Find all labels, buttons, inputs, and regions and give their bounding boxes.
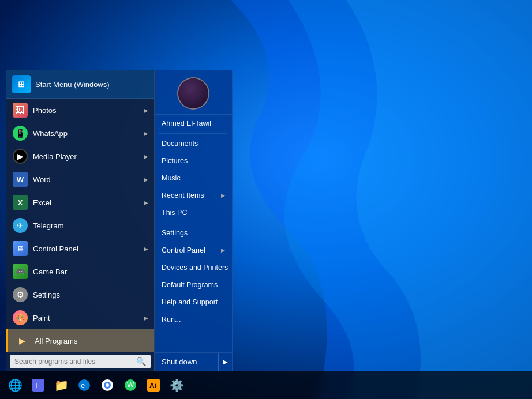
menu-item-mediaplayer[interactable]: ▶ Media Player ▶ <box>6 145 154 168</box>
settings-right-label: Settings <box>162 229 188 237</box>
taskbar-teams[interactable]: T <box>28 375 48 396</box>
settings-right-item[interactable]: Settings <box>155 224 232 242</box>
shutdown-label: Shut down <box>162 357 197 366</box>
search-icon[interactable]: 🔍 <box>136 357 146 366</box>
gamebar-icon: 🎮 <box>12 264 28 280</box>
svg-text:e: e <box>81 381 85 390</box>
taskbar-chrome[interactable] <box>97 375 118 396</box>
excel-label: Excel <box>33 198 144 207</box>
whatsapp-icon: 📱 <box>12 125 28 141</box>
music-item[interactable]: Music <box>155 170 232 187</box>
taskbar-whatsapp[interactable]: W <box>120 375 141 396</box>
menu-item-telegram[interactable]: ✈ Telegram <box>6 214 154 237</box>
start-menu-title: Start Menu (Windows) <box>35 80 110 89</box>
user-avatar <box>177 77 209 110</box>
left-panel: ⊞ Start Menu (Windows) 🖼 Photos ▶ 📱 What… <box>6 70 155 371</box>
search-input[interactable] <box>14 357 133 366</box>
controlpanel-label: Control Panel <box>33 244 144 253</box>
taskbar-globe[interactable]: 🌐 <box>5 375 25 396</box>
recentitems-label: Recent Items <box>162 191 204 200</box>
mediaplayer-label: Media Player <box>33 152 144 161</box>
taskbar: 🌐 T 📁 e W Ai ⚙️ <box>0 371 532 399</box>
start-menu: ⊞ Start Menu (Windows) 🖼 Photos ▶ 📱 What… <box>6 70 233 371</box>
svg-text:T: T <box>34 381 39 390</box>
run-item[interactable]: Run... <box>155 311 232 328</box>
whatsapp-label: WhatsApp <box>33 129 144 138</box>
word-arrow: ▶ <box>144 176 148 183</box>
photos-icon: 🖼 <box>12 102 28 118</box>
taskbar-illustrator[interactable]: Ai <box>143 375 164 396</box>
divider-1 <box>159 133 227 134</box>
mediaplayer-icon: ▶ <box>12 148 28 164</box>
word-icon: W <box>12 171 28 187</box>
documents-label: Documents <box>162 140 198 148</box>
defaultprograms-label: Default Programs <box>162 281 218 289</box>
gamebar-label: Game Bar <box>33 268 148 276</box>
paint-arrow: ▶ <box>144 315 148 321</box>
defaultprograms-item[interactable]: Default Programs <box>155 276 232 293</box>
paint-icon: 🎨 <box>12 310 28 326</box>
start-menu-header[interactable]: ⊞ Start Menu (Windows) <box>6 70 154 99</box>
controlpanel-icon: 🖥 <box>12 240 28 257</box>
telegram-icon: ✈ <box>12 217 28 234</box>
excel-arrow: ▶ <box>144 200 148 206</box>
pictures-item[interactable]: Pictures <box>155 152 232 170</box>
excel-icon: X <box>12 194 28 210</box>
controlpanel-right-arrow: ▶ <box>221 247 225 253</box>
helpandsupport-label: Help and Support <box>162 298 218 306</box>
controlpanel-arrow: ▶ <box>144 246 148 252</box>
username-label: Ahmed El-Tawil <box>162 119 211 127</box>
run-label: Run... <box>162 315 181 323</box>
controlpanel-right-item[interactable]: Control Panel ▶ <box>155 242 232 259</box>
allprograms-label: All Programs <box>35 337 148 345</box>
settings-left-label: Settings <box>33 291 148 299</box>
recentitems-item[interactable]: Recent Items ▶ <box>155 187 232 204</box>
shutdown-arrow-icon: ▶ <box>223 359 228 365</box>
menu-item-paint[interactable]: 🎨 Paint ▶ <box>6 306 154 329</box>
menu-item-allprograms[interactable]: ▶ All Programs <box>6 329 154 352</box>
taskbar-settings[interactable]: ⚙️ <box>166 375 187 396</box>
svg-text:Ai: Ai <box>149 382 156 390</box>
menu-item-excel[interactable]: X Excel ▶ <box>6 191 154 214</box>
allprograms-icon: ▶ <box>14 333 30 349</box>
devicesandprinters-label: Devices and Printers <box>162 264 228 272</box>
paint-label: Paint <box>33 314 144 322</box>
menu-item-photos[interactable]: 🖼 Photos ▶ <box>6 99 154 122</box>
shutdown-button[interactable]: Shut down <box>155 353 218 371</box>
pictures-label: Pictures <box>162 157 188 165</box>
desktop: ⊞ Start Menu (Windows) 🖼 Photos ▶ 📱 What… <box>0 0 532 399</box>
taskbar-edge[interactable]: e <box>74 375 95 396</box>
svg-text:W: W <box>127 381 134 389</box>
menu-item-gamebar[interactable]: 🎮 Game Bar <box>6 260 154 283</box>
shutdown-arrow-button[interactable]: ▶ <box>218 353 232 371</box>
right-panel: Ahmed El-Tawil Documents Pictures Music … <box>155 70 233 371</box>
documents-item[interactable]: Documents <box>155 135 232 152</box>
devicesandprinters-item[interactable]: Devices and Printers <box>155 259 232 276</box>
username-item[interactable]: Ahmed El-Tawil <box>155 115 232 132</box>
thispc-item[interactable]: This PC <box>155 204 232 221</box>
thispc-label: This PC <box>162 209 187 217</box>
menu-item-whatsapp[interactable]: 📱 WhatsApp ▶ <box>6 122 154 145</box>
telegram-label: Telegram <box>33 221 148 230</box>
search-bar[interactable]: 🔍 <box>10 355 151 368</box>
settings-left-icon: ⚙ <box>12 287 28 303</box>
user-profile[interactable] <box>155 70 232 115</box>
mediaplayer-arrow: ▶ <box>144 153 148 160</box>
menu-item-settings[interactable]: ⚙ Settings <box>6 283 154 306</box>
music-label: Music <box>162 174 181 182</box>
photos-arrow: ▶ <box>144 107 148 114</box>
svg-point-7 <box>106 383 109 387</box>
whatsapp-arrow: ▶ <box>144 130 148 137</box>
helpandsupport-item[interactable]: Help and Support <box>155 293 232 311</box>
word-label: Word <box>33 175 144 184</box>
avatar-image <box>178 78 208 108</box>
divider-2 <box>159 223 227 223</box>
start-icon: ⊞ <box>12 75 31 93</box>
menu-item-controlpanel[interactable]: 🖥 Control Panel ▶ <box>6 237 154 260</box>
menu-item-word[interactable]: W Word ▶ <box>6 168 154 191</box>
controlpanel-right-label: Control Panel <box>162 246 205 254</box>
photos-label: Photos <box>33 106 144 115</box>
shutdown-bar: Shut down ▶ <box>155 352 232 371</box>
taskbar-explorer[interactable]: 📁 <box>51 375 72 396</box>
recentitems-arrow: ▶ <box>221 193 225 198</box>
